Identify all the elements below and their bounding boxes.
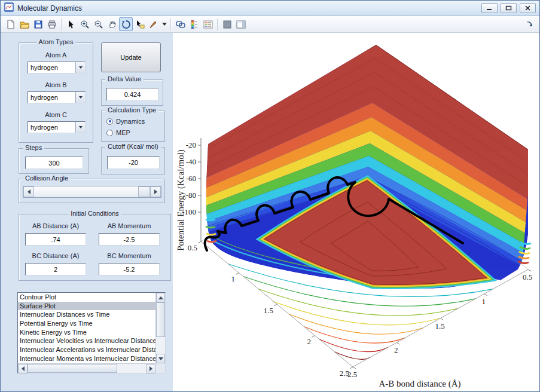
- scrollbar-thumb[interactable]: [156, 302, 165, 337]
- show-plot-tools-icon: [236, 20, 246, 29]
- arrow-left-icon: [28, 189, 30, 194]
- atom-c-dropdown[interactable]: hydrogen: [28, 121, 86, 133]
- data-cursor-button[interactable]: [133, 17, 147, 31]
- list-item[interactable]: Internuclear Distances vs Time: [18, 310, 155, 319]
- scrollbar-thumb[interactable]: [28, 364, 117, 373]
- radio-mep[interactable]: MEP: [106, 129, 130, 136]
- atom-a-value: hydrogen: [28, 62, 75, 73]
- ab-distance-field[interactable]: [25, 233, 86, 246]
- x-tick: 1: [482, 297, 486, 306]
- bc-distance-label: BC Distance (A): [25, 252, 86, 259]
- print-button[interactable]: [45, 17, 59, 31]
- zoom-out-icon: [94, 20, 103, 29]
- slider-right-button[interactable]: [150, 186, 161, 197]
- dropdown-button[interactable]: [75, 122, 85, 133]
- bc-momentum-label: BC Momentum: [99, 252, 160, 259]
- scroll-right-button[interactable]: [146, 364, 155, 373]
- radio-icon: [106, 130, 113, 136]
- scrollbar-corner: [155, 363, 165, 373]
- save-icon: [33, 20, 43, 29]
- ab-momentum-field[interactable]: [99, 233, 160, 246]
- y-tick: 1: [231, 274, 236, 283]
- title-bar[interactable]: Molecular Dynamics: [1, 1, 539, 16]
- surface-plot[interactable]: -20 -40 -60 -80 -100 0.5 1 1.5 2 2.5 0.5: [175, 33, 540, 392]
- close-icon: [524, 5, 531, 11]
- print-icon: [47, 20, 57, 29]
- radio-dynamics[interactable]: Dynamics: [106, 118, 145, 125]
- toolbar: [1, 16, 539, 33]
- dropdown-button[interactable]: [75, 92, 85, 103]
- dropdown-button[interactable]: [75, 62, 85, 73]
- list-item[interactable]: Kinetic Energy vs Time: [18, 328, 155, 337]
- ab-momentum-label: AB Momentum: [99, 222, 160, 229]
- chevron-down-icon: [79, 96, 83, 99]
- open-folder-icon: [20, 20, 29, 29]
- atom-a-dropdown[interactable]: hydrogen: [28, 62, 86, 74]
- list-item[interactable]: Potential Energy vs Time: [18, 319, 155, 328]
- scroll-down-button[interactable]: [156, 354, 165, 363]
- list-item[interactable]: Internuclear Momenta vs Internuclear Dis…: [18, 354, 155, 363]
- steps-field[interactable]: [25, 157, 83, 169]
- bc-momentum-field[interactable]: [99, 263, 160, 275]
- toolbar-separator: [61, 19, 62, 30]
- bc-distance-field[interactable]: [25, 263, 86, 275]
- new-file-icon: [6, 20, 16, 29]
- radio-icon: [106, 118, 113, 125]
- panel-title: Steps: [23, 144, 44, 151]
- maximize-icon: [505, 5, 512, 11]
- calculation-type-panel: Calculation Type Dynamics MEP: [101, 111, 165, 142]
- cutoff-field[interactable]: [107, 156, 160, 169]
- new-figure-button[interactable]: [4, 17, 17, 31]
- zoom-in-button[interactable]: [78, 17, 91, 31]
- brush-dropdown-button[interactable]: [160, 17, 168, 31]
- delta-value-field[interactable]: [106, 88, 158, 101]
- atom-b-dropdown[interactable]: hydrogen: [28, 91, 86, 103]
- scroll-left-button[interactable]: [18, 364, 28, 373]
- collision-angle-slider[interactable]: [23, 186, 161, 198]
- vertical-scrollbar[interactable]: [155, 293, 165, 363]
- hide-plot-tools-button[interactable]: [220, 17, 234, 31]
- x-tick: 2: [394, 345, 398, 354]
- edit-plot-button[interactable]: [64, 17, 78, 31]
- pan-button[interactable]: [105, 17, 119, 31]
- slider-trough[interactable]: [34, 186, 150, 197]
- insert-colorbar-button[interactable]: [187, 17, 201, 31]
- minimize-button[interactable]: [481, 3, 498, 13]
- brush-button[interactable]: [147, 17, 160, 31]
- close-button[interactable]: [520, 3, 536, 13]
- slider-left-button[interactable]: [23, 186, 34, 197]
- horizontal-scrollbar[interactable]: [18, 363, 155, 373]
- insert-legend-button[interactable]: [201, 17, 215, 31]
- arrow-right-icon: [150, 366, 152, 371]
- zoom-in-icon: [80, 20, 90, 29]
- panel-title: Collision Angle: [23, 174, 71, 182]
- scroll-up-button[interactable]: [156, 293, 165, 302]
- link-plot-button[interactable]: [173, 17, 187, 31]
- save-button[interactable]: [31, 17, 45, 31]
- y-tick: 0.5: [188, 243, 197, 252]
- panel-title: Calculation Type: [105, 106, 158, 114]
- z-tick: -60: [186, 174, 196, 183]
- show-plot-tools-button[interactable]: [234, 17, 248, 31]
- list-item[interactable]: Surface Plot: [18, 302, 155, 311]
- panel-title: Cutoff (Kcal/ mol): [105, 143, 161, 150]
- maximize-button[interactable]: [501, 3, 517, 13]
- plot-type-listbox[interactable]: Contour Plot Surface Plot Internuclear D…: [17, 292, 166, 373]
- arrow-down-icon: [158, 357, 163, 360]
- slider-thumb[interactable]: [138, 186, 150, 197]
- update-button[interactable]: Update: [101, 42, 161, 72]
- rotate-3d-button[interactable]: [119, 17, 133, 31]
- scrollbar-trough[interactable]: [117, 364, 146, 373]
- list-item[interactable]: Internuclear Accelerations vs Internucle…: [18, 345, 155, 354]
- dock-arrow-icon: [526, 20, 534, 29]
- panel-title: Initial Conditions: [68, 210, 121, 217]
- list-item[interactable]: Internuclear Velocities vs Internuclear …: [18, 336, 155, 345]
- dock-figure-button[interactable]: [523, 17, 536, 31]
- open-file-button[interactable]: [17, 17, 31, 31]
- zoom-out-button[interactable]: [91, 17, 105, 31]
- list-viewport: Contour Plot Surface Plot Internuclear D…: [18, 293, 155, 363]
- link-plot-icon: [176, 20, 185, 29]
- brush-icon: [149, 20, 158, 29]
- atom-types-panel: Atom Types Atom A hydrogen Atom B hydrog…: [19, 42, 93, 143]
- list-item[interactable]: Contour Plot: [18, 293, 155, 302]
